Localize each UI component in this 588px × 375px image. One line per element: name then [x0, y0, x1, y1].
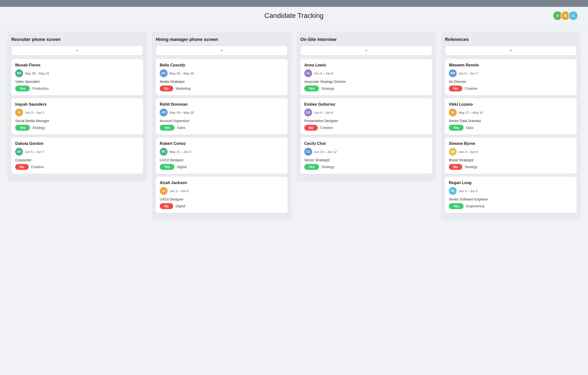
status-badge: Yes — [304, 164, 319, 170]
card-dept: Creative — [31, 165, 44, 169]
add-card-button-hiring[interactable]: + — [156, 46, 288, 56]
card-hiring-3[interactable]: Aizah JacksonAJJun 3 – Jun 5UX/UI Design… — [156, 177, 288, 213]
card-date: May 28 – May 30 — [170, 72, 194, 75]
status-badge: No — [449, 86, 462, 91]
column-hiring: Hiring manager phone screen+Bella Cassid… — [152, 32, 292, 221]
card-dept: Engineering — [466, 204, 484, 208]
card-date: Jun 3 – Jun 5 — [25, 111, 44, 114]
card-references-0[interactable]: Waseem RennieWRJun 5 – Jun 7Art Director… — [445, 59, 577, 95]
card-name: Bella Cassidy — [160, 63, 284, 67]
column-title-references: References — [445, 37, 577, 42]
card-name: Robert Cortez — [160, 141, 284, 146]
card-name: Regan Long — [449, 181, 573, 185]
card-dept: Sales — [177, 126, 185, 130]
card-references-3[interactable]: Regan LongRLJun 3 – Jun 5Senior Software… — [445, 177, 577, 213]
card-name: Vikki Lozano — [449, 102, 573, 107]
card-date: Jun 5 – Jun 7 — [459, 72, 478, 75]
card-onsite-1[interactable]: Emilee GutierrezEGJun 4 – Jun 6Presentat… — [300, 98, 432, 135]
column-recruiter: Recruiter phone screen+Musab FloresMFMay… — [7, 32, 147, 182]
status-badge: Yes — [15, 125, 30, 131]
avatar: IS — [15, 109, 23, 116]
add-card-button-recruiter[interactable]: + — [11, 46, 143, 56]
card-role: Brand Strategist — [449, 158, 573, 162]
card-dept: Production — [32, 87, 49, 90]
card-name: Aizah Jackson — [160, 181, 284, 185]
card-date: Jun 5 – Jun 7 — [25, 150, 44, 154]
status-badge: No — [449, 164, 462, 170]
add-card-button-onsite[interactable]: + — [300, 46, 432, 56]
card-recruiter-0[interactable]: Musab FloresMFMay 30 – May 31Video Speci… — [11, 59, 143, 95]
card-onsite-2[interactable]: Cecily ChoiCCJun 10 – Jun 12Senior Strat… — [300, 138, 432, 174]
card-date: May 31 – Jun 4 — [170, 150, 191, 154]
status-badge: Yes — [160, 164, 174, 170]
page-title: Candidate Tracking — [264, 12, 323, 20]
card-name: Rohit Donovan — [160, 102, 284, 107]
card-date: Jun 10 – Jun 12 — [314, 150, 337, 154]
column-title-recruiter: Recruiter phone screen — [11, 37, 143, 42]
card-onsite-0[interactable]: Anna LewisALJun 4 – Jun 6Associate Strat… — [300, 59, 432, 95]
avatar: RD — [160, 109, 168, 116]
status-badge: Yes — [449, 203, 464, 209]
card-name: Emilee Gutierrez — [304, 102, 428, 107]
column-references: References+Waseem RennieWRJun 5 – Jun 7A… — [441, 32, 581, 221]
avatar: SB — [449, 148, 457, 156]
card-role: UX/UI Designer — [160, 197, 284, 201]
card-dept: Data — [466, 126, 473, 130]
card-references-2[interactable]: Simone ByrneSBJun 3 – Jun 6Brand Strateg… — [445, 138, 577, 174]
header-avatar-2: C — [568, 11, 578, 21]
card-dept: Strategy — [321, 165, 334, 169]
card-references-1[interactable]: Vikki LozanoVLMay 27 – May 31Senior Data… — [445, 98, 577, 135]
card-dept: Digital — [177, 165, 186, 169]
card-date: May 27 – May 31 — [459, 111, 483, 114]
card-hiring-1[interactable]: Rohit DonovanRDMay 29 – May 30Account Su… — [156, 98, 288, 135]
card-dept: Creative — [465, 87, 478, 90]
avatar: DG — [15, 148, 23, 156]
card-role: Account Supervisor — [160, 119, 284, 123]
top-bar — [0, 0, 588, 7]
card-name: Dakota Gordon — [15, 141, 139, 146]
card-role: Art Director — [449, 80, 573, 84]
status-badge: Yes — [15, 86, 30, 91]
status-badge: Yes — [160, 125, 174, 131]
card-recruiter-2[interactable]: Dakota GordonDGJun 5 – Jun 7CopywriterNo… — [11, 138, 143, 174]
card-name: Inayah Saunders — [15, 102, 139, 107]
card-name: Cecily Choi — [304, 141, 428, 146]
column-title-onsite: On-Site interview — [300, 37, 432, 42]
card-name: Waseem Rennie — [449, 63, 573, 67]
card-date: Jun 3 – Jun 5 — [459, 189, 478, 193]
status-badge: Yes — [449, 125, 464, 131]
card-dept: Strategy — [465, 165, 478, 169]
card-name: Anna Lewis — [304, 63, 428, 67]
card-recruiter-1[interactable]: Inayah SaundersISJun 3 – Jun 5Social Med… — [11, 98, 143, 135]
column-title-hiring: Hiring manager phone screen — [156, 37, 288, 42]
status-badge: No — [304, 125, 318, 131]
add-card-button-references[interactable]: + — [445, 46, 577, 56]
card-role: Senior Strategist — [304, 158, 428, 162]
column-onsite: On-Site interview+Anna LewisALJun 4 – Ju… — [296, 32, 436, 182]
card-dept: Strategy — [32, 126, 45, 130]
card-dept: Digital — [176, 204, 185, 208]
card-dept: Marketing — [176, 87, 191, 90]
card-role: Senior Software Engineer — [449, 197, 573, 201]
card-role: Senior Data Scientist — [449, 119, 573, 123]
card-date: Jun 4 – Jun 6 — [314, 72, 333, 75]
card-role: Media Strategist — [160, 80, 284, 84]
card-role: Copywriter — [15, 158, 139, 162]
status-badge: Yes — [304, 86, 319, 91]
header-avatars: ABC — [553, 11, 578, 21]
card-date: Jun 3 – Jun 5 — [170, 189, 189, 193]
avatar: EG — [304, 109, 312, 116]
main-content: Recruiter phone screen+Musab FloresMFMay… — [0, 25, 588, 375]
card-role: UX/UI Designer — [160, 158, 284, 162]
avatar: RL — [449, 187, 457, 195]
card-hiring-0[interactable]: Bella CassidyBCMay 28 – May 30Media Stra… — [156, 59, 288, 95]
card-date: Jun 3 – Jun 6 — [459, 150, 478, 154]
status-badge: No — [160, 86, 173, 91]
card-role: Video Specialist — [15, 80, 139, 84]
card-hiring-2[interactable]: Robert CortezRCMay 31 – Jun 4UX/UI Desig… — [156, 138, 288, 174]
board: Recruiter phone screen+Musab FloresMFMay… — [7, 32, 581, 221]
avatar: RC — [160, 148, 168, 156]
card-role: Presentation Designer — [304, 119, 428, 123]
avatar: WR — [449, 69, 457, 77]
avatar: AL — [304, 69, 312, 77]
